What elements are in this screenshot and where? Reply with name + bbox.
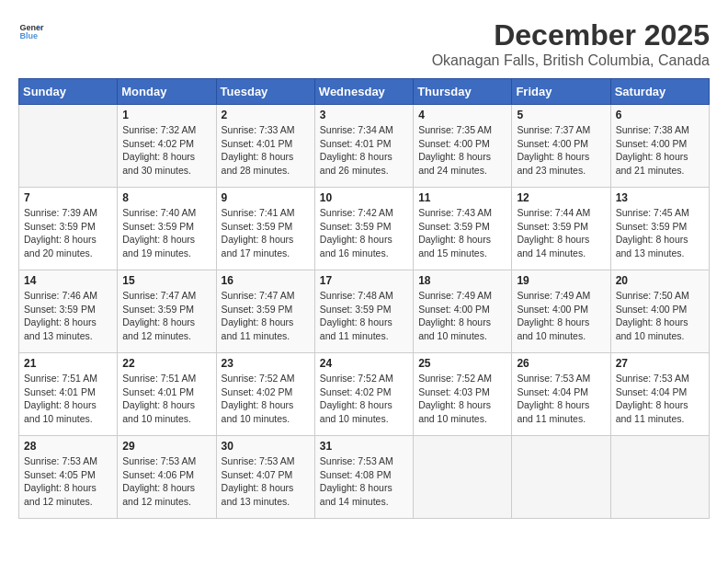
day-detail: Sunrise: 7:44 AMSunset: 3:59 PMDaylight:…	[517, 206, 605, 260]
day-detail: Sunrise: 7:53 AMSunset: 4:05 PMDaylight:…	[24, 454, 112, 509]
day-number: 16	[222, 274, 310, 287]
day-number: 18	[418, 274, 506, 287]
day-number: 2	[222, 109, 310, 121]
calendar-cell	[19, 105, 118, 188]
day-detail: Sunrise: 7:39 AMSunset: 3:59 PMDaylight:…	[24, 206, 112, 260]
calendar-cell	[512, 436, 610, 519]
day-detail: Sunrise: 7:43 AMSunset: 3:59 PMDaylight:…	[418, 206, 506, 260]
calendar-cell: 12Sunrise: 7:44 AMSunset: 3:59 PMDayligh…	[512, 188, 610, 270]
day-number: 23	[222, 357, 310, 370]
day-number: 24	[320, 357, 408, 370]
day-number: 25	[418, 357, 506, 370]
calendar-cell: 10Sunrise: 7:42 AMSunset: 3:59 PMDayligh…	[314, 188, 413, 270]
title-block: December 2025 Okanagan Falls, British Co…	[432, 18, 710, 69]
day-number: 5	[517, 109, 605, 121]
calendar-cell: 31Sunrise: 7:53 AMSunset: 4:08 PMDayligh…	[314, 436, 413, 519]
calendar-cell: 16Sunrise: 7:47 AMSunset: 3:59 PMDayligh…	[216, 270, 314, 353]
calendar-cell	[610, 436, 709, 519]
day-detail: Sunrise: 7:48 AMSunset: 3:59 PMDaylight:…	[320, 289, 408, 343]
day-detail: Sunrise: 7:49 AMSunset: 4:00 PMDaylight:…	[418, 289, 506, 343]
weekday-header-sunday: Sunday	[19, 79, 118, 105]
page-subtitle: Okanagan Falls, British Columbia, Canada	[432, 52, 710, 69]
day-detail: Sunrise: 7:53 AMSunset: 4:08 PMDaylight:…	[320, 454, 408, 509]
calendar-cell: 26Sunrise: 7:53 AMSunset: 4:04 PMDayligh…	[512, 353, 610, 436]
day-detail: Sunrise: 7:41 AMSunset: 3:59 PMDaylight:…	[222, 206, 310, 260]
svg-text:General: General	[19, 23, 44, 32]
calendar-cell: 18Sunrise: 7:49 AMSunset: 4:00 PMDayligh…	[414, 270, 512, 353]
calendar-cell: 24Sunrise: 7:52 AMSunset: 4:02 PMDayligh…	[314, 353, 413, 436]
day-number: 7	[24, 191, 112, 204]
calendar-table: SundayMondayTuesdayWednesdayThursdayFrid…	[18, 78, 710, 519]
calendar-cell: 30Sunrise: 7:53 AMSunset: 4:07 PMDayligh…	[216, 436, 314, 519]
calendar-cell: 27Sunrise: 7:53 AMSunset: 4:04 PMDayligh…	[610, 353, 709, 436]
calendar-cell: 29Sunrise: 7:53 AMSunset: 4:06 PMDayligh…	[118, 436, 216, 519]
calendar-cell: 3Sunrise: 7:34 AMSunset: 4:01 PMDaylight…	[314, 105, 413, 188]
day-detail: Sunrise: 7:40 AMSunset: 3:59 PMDaylight:…	[122, 206, 210, 260]
calendar-week-row: 28Sunrise: 7:53 AMSunset: 4:05 PMDayligh…	[19, 436, 710, 519]
day-detail: Sunrise: 7:42 AMSunset: 3:59 PMDaylight:…	[320, 206, 408, 260]
calendar-cell: 28Sunrise: 7:53 AMSunset: 4:05 PMDayligh…	[19, 436, 118, 519]
calendar-week-row: 14Sunrise: 7:46 AMSunset: 3:59 PMDayligh…	[19, 270, 710, 353]
day-detail: Sunrise: 7:46 AMSunset: 3:59 PMDaylight:…	[24, 289, 112, 343]
calendar-cell: 25Sunrise: 7:52 AMSunset: 4:03 PMDayligh…	[414, 353, 512, 436]
calendar-cell: 20Sunrise: 7:50 AMSunset: 4:00 PMDayligh…	[610, 270, 709, 353]
calendar-cell: 19Sunrise: 7:49 AMSunset: 4:00 PMDayligh…	[512, 270, 610, 353]
calendar-week-row: 7Sunrise: 7:39 AMSunset: 3:59 PMDaylight…	[19, 188, 710, 270]
day-detail: Sunrise: 7:52 AMSunset: 4:02 PMDaylight:…	[320, 372, 408, 426]
calendar-cell	[414, 436, 512, 519]
day-detail: Sunrise: 7:53 AMSunset: 4:04 PMDaylight:…	[616, 372, 704, 426]
svg-text:Blue: Blue	[19, 31, 38, 40]
weekday-header-monday: Monday	[118, 79, 216, 105]
calendar-cell: 14Sunrise: 7:46 AMSunset: 3:59 PMDayligh…	[19, 270, 118, 353]
day-detail: Sunrise: 7:49 AMSunset: 4:00 PMDaylight:…	[517, 289, 605, 343]
day-number: 8	[122, 191, 210, 204]
weekday-header-tuesday: Tuesday	[216, 79, 314, 105]
logo: General Blue	[18, 18, 44, 44]
day-number: 27	[616, 357, 704, 370]
calendar-cell: 2Sunrise: 7:33 AMSunset: 4:01 PMDaylight…	[216, 105, 314, 188]
day-number: 26	[517, 357, 605, 370]
day-detail: Sunrise: 7:53 AMSunset: 4:07 PMDaylight:…	[222, 454, 310, 509]
day-number: 22	[122, 357, 210, 370]
day-detail: Sunrise: 7:47 AMSunset: 3:59 PMDaylight:…	[222, 289, 310, 343]
day-number: 6	[616, 109, 704, 121]
day-detail: Sunrise: 7:52 AMSunset: 4:02 PMDaylight:…	[222, 372, 310, 426]
weekday-header-thursday: Thursday	[414, 79, 512, 105]
calendar-cell: 5Sunrise: 7:37 AMSunset: 4:00 PMDaylight…	[512, 105, 610, 188]
calendar-cell: 4Sunrise: 7:35 AMSunset: 4:00 PMDaylight…	[414, 105, 512, 188]
day-detail: Sunrise: 7:51 AMSunset: 4:01 PMDaylight:…	[122, 372, 210, 426]
logo-icon: General Blue	[18, 18, 44, 44]
calendar-cell: 1Sunrise: 7:32 AMSunset: 4:02 PMDaylight…	[118, 105, 216, 188]
calendar-cell: 9Sunrise: 7:41 AMSunset: 3:59 PMDaylight…	[216, 188, 314, 270]
day-number: 19	[517, 274, 605, 287]
calendar-cell: 13Sunrise: 7:45 AMSunset: 3:59 PMDayligh…	[610, 188, 709, 270]
day-number: 11	[418, 191, 506, 204]
weekday-header-friday: Friday	[512, 79, 610, 105]
day-number: 3	[320, 109, 408, 121]
calendar-cell: 22Sunrise: 7:51 AMSunset: 4:01 PMDayligh…	[118, 353, 216, 436]
day-detail: Sunrise: 7:34 AMSunset: 4:01 PMDaylight:…	[320, 123, 408, 178]
day-number: 21	[24, 357, 112, 370]
day-detail: Sunrise: 7:51 AMSunset: 4:01 PMDaylight:…	[24, 372, 112, 426]
calendar-cell: 21Sunrise: 7:51 AMSunset: 4:01 PMDayligh…	[19, 353, 118, 436]
day-detail: Sunrise: 7:53 AMSunset: 4:04 PMDaylight:…	[517, 372, 605, 426]
day-detail: Sunrise: 7:50 AMSunset: 4:00 PMDaylight:…	[616, 289, 704, 343]
page-header: General Blue December 2025 Okanagan Fall…	[18, 18, 710, 69]
day-number: 10	[320, 191, 408, 204]
calendar-cell: 11Sunrise: 7:43 AMSunset: 3:59 PMDayligh…	[414, 188, 512, 270]
day-detail: Sunrise: 7:53 AMSunset: 4:06 PMDaylight:…	[122, 454, 210, 509]
weekday-header-wednesday: Wednesday	[314, 79, 413, 105]
day-detail: Sunrise: 7:37 AMSunset: 4:00 PMDaylight:…	[517, 123, 605, 178]
day-detail: Sunrise: 7:33 AMSunset: 4:01 PMDaylight:…	[222, 123, 310, 178]
weekday-header-saturday: Saturday	[610, 79, 709, 105]
day-detail: Sunrise: 7:45 AMSunset: 3:59 PMDaylight:…	[616, 206, 704, 260]
day-detail: Sunrise: 7:35 AMSunset: 4:00 PMDaylight:…	[418, 123, 506, 178]
day-number: 12	[517, 191, 605, 204]
calendar-cell: 23Sunrise: 7:52 AMSunset: 4:02 PMDayligh…	[216, 353, 314, 436]
day-number: 4	[418, 109, 506, 121]
calendar-cell: 6Sunrise: 7:38 AMSunset: 4:00 PMDaylight…	[610, 105, 709, 188]
calendar-week-row: 21Sunrise: 7:51 AMSunset: 4:01 PMDayligh…	[19, 353, 710, 436]
weekday-header-row: SundayMondayTuesdayWednesdayThursdayFrid…	[19, 79, 710, 105]
day-detail: Sunrise: 7:47 AMSunset: 3:59 PMDaylight:…	[122, 289, 210, 343]
calendar-cell: 17Sunrise: 7:48 AMSunset: 3:59 PMDayligh…	[314, 270, 413, 353]
